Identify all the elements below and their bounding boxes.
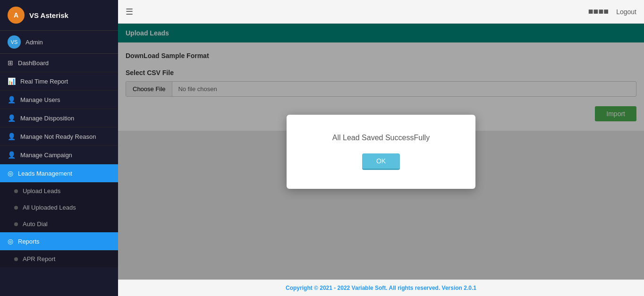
main-content: ☰ ■■■■ Logout Upload Leads DownLoad Samp… [118, 0, 644, 296]
footer: Copyright © 2021 - 2022 Variable Soft. A… [118, 279, 644, 296]
logo-icon: A [8, 7, 25, 24]
disposition-icon: 👤 [8, 114, 16, 122]
leads-icon: ◎ [8, 169, 13, 177]
modal-overlay: All Lead Saved SuccessFully OK [118, 24, 644, 279]
hamburger-icon[interactable]: ☰ [126, 7, 133, 17]
sidebar-item-manage-users[interactable]: 👤 Manage Users [0, 91, 118, 109]
footer-brand: Variable Soft. [352, 285, 388, 291]
sidebar-item-label: Manage Users [20, 96, 60, 103]
modal-box: All Lead Saved SuccessFully OK [287, 115, 475, 189]
topbar-right: ■■■■ Logout [588, 7, 636, 17]
grid-icon[interactable]: ■■■■ [588, 7, 609, 17]
sidebar-logo: A VS Asterisk [0, 0, 118, 31]
sub-item-label: Auto Dial [23, 220, 48, 228]
not-ready-icon: 👤 [8, 133, 16, 140]
sidebar-item-label: Real Time Report [20, 78, 68, 85]
sub-item-label: APR Report [23, 255, 55, 262]
content-area: Upload Leads DownLoad Sample Format Sele… [118, 24, 644, 279]
sidebar-item-label: Manage Disposition [20, 115, 74, 122]
sub-item-label: Upload Leads [23, 187, 60, 195]
sidebar-item-realtime[interactable]: 📊 Real Time Report [0, 72, 118, 91]
logout-button[interactable]: Logout [616, 8, 636, 16]
modal-message: All Lead Saved SuccessFully [332, 134, 430, 142]
sidebar-sub-all-uploaded-leads[interactable]: All Uploaded Leads [0, 199, 118, 216]
footer-text: Copyright © 2021 - 2022 [286, 285, 352, 291]
sidebar-item-label: Manage Campaign [20, 152, 72, 159]
sidebar-item-dashboard[interactable]: ⊞ DashBoard [0, 54, 118, 72]
campaign-icon: 👤 [8, 151, 16, 159]
sidebar-sub-auto-dial[interactable]: Auto Dial [0, 216, 118, 232]
reports-icon: ◎ [8, 237, 13, 245]
sidebar-sub-apr-report[interactable]: APR Report [0, 251, 118, 267]
topbar-left: ☰ [126, 7, 133, 17]
sidebar-item-leads-management[interactable]: ◎ Leads Management [0, 164, 118, 183]
sidebar-item-label: Manage Not Ready Reason [20, 133, 96, 140]
sidebar-sub-upload-leads[interactable]: Upload Leads [0, 183, 118, 199]
modal-ok-button[interactable]: OK [362, 153, 400, 170]
sidebar-item-label: Leads Management [18, 170, 72, 177]
footer-suffix: All rights reserved. Version 2.0.1 [388, 285, 476, 291]
dot-icon [14, 206, 18, 210]
dashboard-icon: ⊞ [8, 59, 13, 67]
sidebar-item-reports[interactable]: ◎ Reports [0, 232, 118, 251]
sidebar-item-manage-disposition[interactable]: 👤 Manage Disposition [0, 109, 118, 127]
sidebar-item-label: Reports [18, 238, 40, 245]
topbar: ☰ ■■■■ Logout [118, 0, 644, 24]
user-avatar: VS [8, 35, 21, 49]
sidebar-item-manage-campaign[interactable]: 👤 Manage Campaign [0, 146, 118, 164]
user-icon: 👤 [8, 96, 16, 103]
dot-icon [14, 222, 18, 226]
sidebar: A VS Asterisk VS Admin ⊞ DashBoard 📊 Rea… [0, 0, 118, 296]
sidebar-user: VS Admin [0, 31, 118, 54]
dot-icon [14, 189, 18, 193]
dot-icon [14, 257, 18, 261]
sub-item-label: All Uploaded Leads [23, 204, 76, 211]
sidebar-item-label: DashBoard [18, 59, 49, 67]
chart-icon: 📊 [8, 77, 16, 85]
sidebar-item-manage-not-ready[interactable]: 👤 Manage Not Ready Reason [0, 127, 118, 146]
app-title: VS Asterisk [29, 11, 68, 19]
user-name-label: Admin [25, 39, 43, 46]
